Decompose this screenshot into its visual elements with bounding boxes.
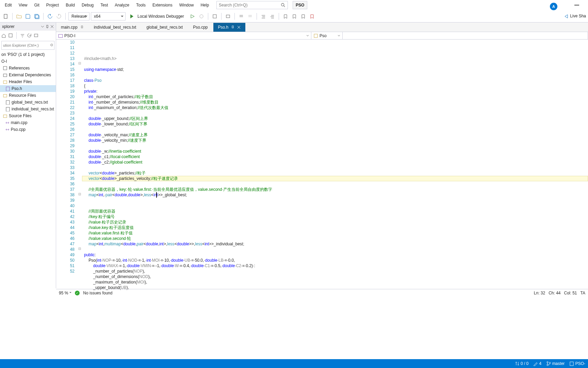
menu-extensions[interactable]: Extensions <box>149 1 176 9</box>
nav-class-dropdown[interactable]: Pso <box>311 32 343 39</box>
tab-global-recs[interactable]: global_best_recs.txt <box>142 23 187 32</box>
source-files-node[interactable]: Source Files <box>0 112 56 119</box>
window-minimize-icon[interactable] <box>574 5 579 5</box>
status-branch[interactable]: master <box>546 361 565 366</box>
home-icon[interactable] <box>1 33 6 38</box>
start-without-debug-icon[interactable] <box>189 13 196 20</box>
menu-test[interactable]: Test <box>97 1 111 9</box>
menu-edit[interactable]: Edit <box>1 1 15 9</box>
svg-point-22 <box>51 44 53 46</box>
menu-tools[interactable]: Tools <box>133 1 149 9</box>
nav-member-dropdown[interactable] <box>343 32 588 39</box>
nav-project-dropdown[interactable]: PSO-I <box>56 32 311 39</box>
file-individual-recs[interactable]: individual_best_recs.txt <box>0 106 56 112</box>
search-input[interactable] <box>219 3 281 7</box>
open-icon[interactable] <box>15 13 23 20</box>
tab-label: global_best_recs.txt <box>146 25 183 30</box>
status-project[interactable]: PSO- <box>569 361 585 366</box>
bookmark-next-icon[interactable] <box>291 13 298 20</box>
collapse-icon[interactable] <box>20 33 25 38</box>
config-dropdown[interactable]: Release <box>68 12 89 20</box>
live-share-button[interactable]: Live Sha <box>564 14 586 18</box>
fire-icon[interactable] <box>198 13 205 20</box>
refresh-icon[interactable] <box>27 33 32 38</box>
status-changes[interactable]: 4 <box>533 361 541 366</box>
solution-tree: on 'PSO' (1 of 1 project) O-I References… <box>0 50 56 134</box>
menu-window[interactable]: Window <box>176 1 197 9</box>
toolbar-icon[interactable] <box>34 33 38 38</box>
start-debugger-button[interactable]: Local Windows Debugger <box>127 12 187 20</box>
pin-icon[interactable] <box>231 26 234 29</box>
close-icon[interactable] <box>237 26 241 29</box>
file-pso-h[interactable]: Pso.h <box>0 85 56 92</box>
dropdown-icon[interactable] <box>41 25 44 28</box>
repo-icon <box>569 361 574 366</box>
tab-individual-recs[interactable]: individual_best_recs.txt <box>89 23 141 32</box>
toolbar-separator <box>16 32 17 39</box>
tab-pso-h[interactable]: Pso.h <box>213 23 246 32</box>
project-badge[interactable]: PSO <box>293 1 307 9</box>
user-avatar[interactable]: A <box>550 3 557 10</box>
pin-icon[interactable] <box>46 25 49 28</box>
status-bar: 0 / 0 4 master PSO- <box>0 359 588 368</box>
tab-main-cpp[interactable]: main.cpp <box>56 23 88 32</box>
close-icon[interactable] <box>50 25 54 28</box>
code-editor[interactable]: 1011121314151617181920212223242526272829… <box>56 40 588 290</box>
new-file-icon[interactable] <box>2 13 10 20</box>
save-all-icon[interactable] <box>33 13 40 20</box>
tab-label: main.cpp <box>61 25 78 30</box>
panel-search-input[interactable] <box>3 43 50 47</box>
panel-toolbar <box>0 31 56 40</box>
toolbar-icon[interactable] <box>238 13 245 20</box>
redo-icon[interactable] <box>55 13 63 20</box>
menu-analyze[interactable]: Analyze <box>111 1 133 9</box>
references-node[interactable]: References <box>0 65 56 72</box>
menu-project[interactable]: Project <box>43 1 62 9</box>
toolbar-icon[interactable] <box>224 13 232 20</box>
bookmark-icon[interactable] <box>282 13 289 20</box>
panel-title: xplorer <box>2 24 15 29</box>
project-node[interactable]: O-I <box>0 58 56 65</box>
zoom-dropdown[interactable]: 95 % <box>59 291 71 295</box>
toolbar-separator <box>12 13 13 20</box>
panel-tab[interactable]: xplorer <box>0 22 56 31</box>
toolbar-separator <box>208 13 208 20</box>
menu-view[interactable]: View <box>15 1 31 9</box>
resource-files-node[interactable]: Resource Files <box>0 92 56 99</box>
file-main-cpp[interactable]: ++main.cpp <box>0 119 56 126</box>
search-box[interactable] <box>216 1 288 9</box>
menu-git[interactable]: Git <box>31 1 43 9</box>
undo-icon[interactable] <box>46 13 54 20</box>
tab-label: individual_best_recs.txt <box>94 25 136 30</box>
header-files-node[interactable]: Header Files <box>0 78 56 85</box>
indent-icon[interactable] <box>260 13 267 20</box>
svg-rect-25 <box>3 74 7 77</box>
file-global-recs[interactable]: global_best_recs.txt <box>0 99 56 106</box>
toolbar-icon[interactable] <box>246 13 254 20</box>
svg-rect-32 <box>81 26 83 28</box>
platform-dropdown[interactable]: x64 <box>91 12 126 20</box>
code-content[interactable]: #include<math.h>using·namespace·std;clas… <box>82 40 588 290</box>
toolbar-separator <box>221 13 222 20</box>
bookmark-clear-icon[interactable] <box>308 13 316 20</box>
chevron-down-icon <box>306 34 309 37</box>
menu-help[interactable]: Help <box>197 1 212 9</box>
solution-root[interactable]: on 'PSO' (1 of 1 project) <box>0 51 56 58</box>
outdent-icon[interactable] <box>268 13 276 20</box>
tab-pso-cpp[interactable]: Pso.cpp <box>188 23 212 32</box>
step-icon[interactable] <box>211 13 218 20</box>
file-pso-cpp[interactable]: ++Pso.cpp <box>0 126 56 133</box>
pin-icon[interactable] <box>80 26 84 29</box>
branch-icon <box>546 361 551 366</box>
status-errors[interactable]: 0 / 0 <box>515 361 529 366</box>
menu-debug[interactable]: Debug <box>78 1 97 9</box>
search-icon <box>281 3 285 7</box>
panel-search-box[interactable] <box>1 41 54 50</box>
save-icon[interactable] <box>24 13 32 20</box>
external-deps-node[interactable]: External Dependencies <box>0 72 56 78</box>
toolbar-icon[interactable] <box>8 33 13 38</box>
menu-build[interactable]: Build <box>62 1 78 9</box>
bookmark-prev-icon[interactable] <box>299 13 307 20</box>
platform-label: x64 <box>94 14 100 19</box>
toolbar-separator <box>279 13 279 20</box>
